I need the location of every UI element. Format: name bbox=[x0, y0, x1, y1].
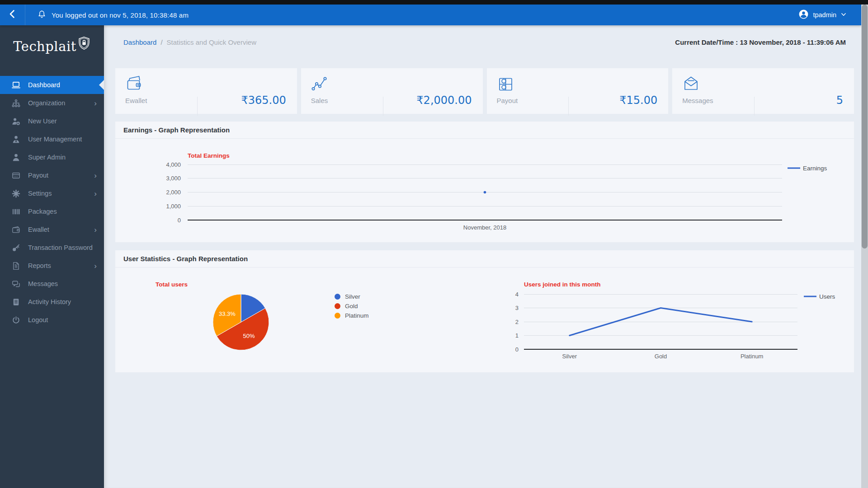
current-datetime: Current Date/Time : 13 November, 2018 - … bbox=[675, 38, 846, 46]
sidebar-item-label: Ewallet bbox=[28, 226, 49, 233]
y-tick-label: 2,000 bbox=[166, 189, 181, 196]
x-category-label: Gold bbox=[655, 353, 667, 360]
pie-slice-label: 33.3% bbox=[219, 310, 236, 317]
chevron-right-icon: › bbox=[94, 226, 97, 234]
notification-text: You logged out on nov 5, 2018, 10:38:48 … bbox=[52, 11, 189, 19]
breadcrumb-link-dashboard[interactable]: Dashboard bbox=[123, 38, 156, 46]
breadcrumb-current: Statistics and Quick Overview bbox=[167, 38, 256, 46]
scrollbar-thumb[interactable] bbox=[862, 5, 868, 249]
shield-lock-icon bbox=[77, 36, 91, 53]
breadcrumb: Dashboard / Statistics and Quick Overvie… bbox=[123, 38, 256, 46]
sidebar-item-label: Settings bbox=[28, 190, 52, 197]
sidebar: Techplait DashboardOrganization›New User… bbox=[0, 25, 104, 488]
username: tpadmin bbox=[813, 11, 836, 19]
sidebar-item-ewallet[interactable]: Ewallet› bbox=[0, 221, 104, 239]
y-tick-label: 2 bbox=[515, 319, 519, 325]
legend-label: Users bbox=[819, 293, 835, 300]
y-tick-label: 3 bbox=[515, 305, 519, 311]
users-joined-chart-wrap: 01234Users joined in this monthSilverGol… bbox=[504, 267, 839, 371]
card-label: Ewallet bbox=[125, 97, 147, 104]
pie-legend: SilverGoldPlatinum bbox=[335, 292, 369, 320]
users-joined-line-chart: 01234Users joined in this monthSilverGol… bbox=[504, 267, 839, 369]
bell-icon bbox=[37, 9, 47, 20]
card-value: ₹15.00 bbox=[619, 94, 657, 107]
legend-dot bbox=[335, 303, 340, 309]
sidebar-item-activity-history[interactable]: Activity History bbox=[0, 293, 104, 311]
sidebar-item-packages[interactable]: Packages bbox=[0, 202, 104, 221]
stat-card-ewallet[interactable]: Ewallet₹365.00 bbox=[115, 68, 297, 114]
sidebar-nav: DashboardOrganization›New UserUser Manag… bbox=[0, 76, 104, 329]
legend-label: Platinum bbox=[345, 312, 369, 319]
sidebar-item-label: Organization bbox=[28, 99, 65, 107]
new-user-icon bbox=[11, 117, 21, 126]
sidebar-item-new-user[interactable]: New User bbox=[0, 112, 104, 130]
legend-label: Silver bbox=[345, 293, 360, 300]
user-avatar-icon bbox=[798, 9, 809, 21]
back-chevron-icon bbox=[8, 9, 18, 21]
breadcrumb-separator: / bbox=[160, 38, 162, 46]
card-label: Sales bbox=[311, 97, 328, 104]
ewallet-icon bbox=[11, 225, 21, 235]
settings-icon bbox=[11, 189, 21, 198]
user-statistics-panel-body: Total users 50%33.3% SilverGoldPlatinum … bbox=[115, 267, 854, 372]
sidebar-item-payout[interactable]: Payout› bbox=[0, 166, 104, 184]
page-header: Dashboard / Statistics and Quick Overvie… bbox=[123, 35, 846, 49]
envelope-icon bbox=[682, 75, 700, 94]
y-tick-label: 4 bbox=[515, 291, 519, 298]
pie-legend-item-gold: Gold bbox=[335, 301, 369, 311]
sidebar-item-reports[interactable]: Reports› bbox=[0, 257, 104, 275]
user-menu[interactable]: tpadmin bbox=[798, 9, 847, 21]
sidebar-item-settings[interactable]: Settings› bbox=[0, 184, 104, 202]
card-label: Messages bbox=[682, 97, 713, 104]
activity-history-icon bbox=[11, 297, 21, 307]
x-category-label: Silver bbox=[562, 353, 577, 360]
super-admin-icon bbox=[11, 153, 21, 162]
y-tick-label: 4,000 bbox=[166, 161, 181, 168]
sidebar-item-label: Dashboard bbox=[28, 81, 60, 89]
stat-cards: Ewallet₹365.00Sales₹2,000.00Payout₹15.00… bbox=[115, 68, 854, 114]
y-tick-label: 1,000 bbox=[166, 203, 181, 210]
y-tick-label: 1 bbox=[515, 332, 519, 339]
stat-card-messages[interactable]: Messages5 bbox=[672, 68, 854, 114]
sidebar-item-label: Logout bbox=[28, 316, 48, 324]
sidebar-item-label: Messages bbox=[28, 280, 58, 287]
y-tick-label: 3,000 bbox=[166, 175, 181, 182]
earnings-line-chart: 01,0002,0003,0004,000Total EarningsNovem… bbox=[123, 139, 846, 241]
sidebar-item-messages[interactable]: Messages bbox=[0, 275, 104, 293]
card-value: ₹2,000.00 bbox=[416, 94, 472, 107]
chart-title: Total Earnings bbox=[188, 152, 230, 159]
card-value: 5 bbox=[836, 94, 843, 107]
sidebar-item-label: Activity History bbox=[28, 298, 71, 305]
page-scrollbar[interactable] bbox=[861, 5, 868, 488]
sidebar-item-transaction-password[interactable]: Transaction Password bbox=[0, 239, 104, 257]
user-management-icon bbox=[11, 135, 21, 144]
stat-card-payout[interactable]: Payout₹15.00 bbox=[487, 68, 669, 114]
legend-label: Earnings bbox=[803, 165, 827, 172]
sidebar-item-label: Reports bbox=[28, 262, 51, 269]
gift-icon bbox=[497, 75, 514, 94]
stat-card-sales[interactable]: Sales₹2,000.00 bbox=[301, 68, 483, 114]
legend-dot bbox=[335, 294, 340, 300]
total-users-chart-title: Total users bbox=[156, 281, 188, 288]
legend-label: Gold bbox=[345, 303, 358, 310]
sidebar-item-logout[interactable]: Logout bbox=[0, 311, 104, 329]
sidebar-item-organization[interactable]: Organization› bbox=[0, 94, 104, 112]
chart-title: Users joined in this month bbox=[524, 281, 601, 288]
card-label: Payout bbox=[497, 97, 518, 104]
chevron-right-icon: › bbox=[94, 190, 97, 197]
sidebar-item-label: Transaction Password bbox=[28, 244, 93, 251]
pie-slice-label: 50% bbox=[243, 333, 255, 339]
reports-icon bbox=[11, 261, 21, 271]
sidebar-item-super-admin[interactable]: Super Admin bbox=[0, 148, 104, 166]
topbar: You logged out on nov 5, 2018, 10:38:48 … bbox=[0, 5, 861, 25]
chevron-down-icon bbox=[840, 11, 847, 19]
main-content: Dashboard / Statistics and Quick Overvie… bbox=[104, 25, 861, 488]
sales-icon bbox=[311, 75, 329, 94]
y-tick-label: 0 bbox=[515, 346, 519, 353]
sidebar-item-user-management[interactable]: User Management bbox=[0, 130, 104, 148]
back-button[interactable] bbox=[0, 5, 25, 25]
sidebar-item-label: Packages bbox=[28, 208, 57, 215]
notification-area: You logged out on nov 5, 2018, 10:38:48 … bbox=[37, 9, 189, 20]
data-point bbox=[484, 191, 486, 194]
sidebar-item-dashboard[interactable]: Dashboard bbox=[0, 76, 104, 94]
